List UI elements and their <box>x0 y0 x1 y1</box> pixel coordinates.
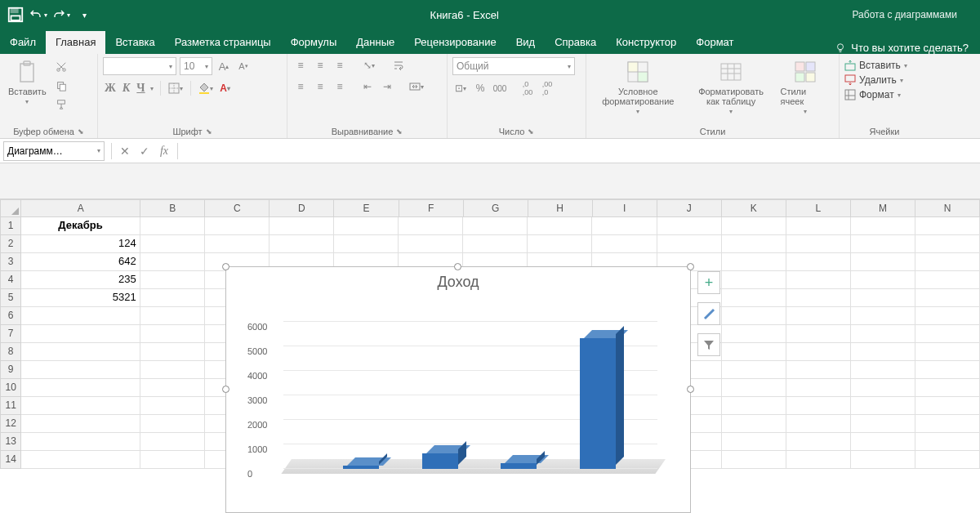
cell-J2[interactable] <box>657 235 722 253</box>
cell-A3[interactable]: 642 <box>21 253 140 271</box>
cell-K3[interactable] <box>722 253 786 271</box>
align-center-icon[interactable]: ≡ <box>312 78 328 95</box>
chart-handle-tm[interactable] <box>454 263 461 270</box>
number-format-select[interactable]: Общий▾ <box>452 57 575 75</box>
cell-A8[interactable] <box>21 343 140 361</box>
qat-more-icon[interactable]: ▾ <box>75 6 93 24</box>
percent-format-icon[interactable]: % <box>472 80 488 96</box>
cell-A12[interactable] <box>21 415 140 433</box>
enter-formula-icon[interactable]: ✓ <box>135 141 154 161</box>
cell-E1[interactable] <box>334 217 399 235</box>
cell-N11[interactable] <box>915 397 980 415</box>
decrease-decimal-icon[interactable]: ,00,0 <box>539 80 555 96</box>
col-header-E[interactable]: E <box>334 199 399 217</box>
row-header-5[interactable]: 5 <box>0 289 21 307</box>
cell-D1[interactable] <box>270 217 334 235</box>
cell-M4[interactable] <box>851 271 915 289</box>
cell-L7[interactable] <box>786 325 851 343</box>
cell-K10[interactable] <box>722 379 786 397</box>
col-header-C[interactable]: C <box>205 199 270 217</box>
cell-N2[interactable] <box>915 235 980 253</box>
col-header-G[interactable]: G <box>464 199 528 217</box>
cell-K11[interactable] <box>722 397 786 415</box>
cell-C2[interactable] <box>205 235 270 253</box>
conditional-formatting-button[interactable]: Условное форматирование▾ <box>591 57 685 117</box>
cell-B9[interactable] <box>140 361 205 379</box>
cell-M10[interactable] <box>851 379 915 397</box>
tab-formulas[interactable]: Формулы <box>281 31 347 54</box>
chart-handle-mr[interactable] <box>687 386 694 393</box>
merge-cells-icon[interactable]: ▾ <box>408 78 425 95</box>
cell-K12[interactable] <box>722 415 786 433</box>
tab-chart-design[interactable]: Конструктор <box>606 31 686 54</box>
cell-M13[interactable] <box>851 433 915 451</box>
cell-A1[interactable]: Декабрь <box>21 217 140 235</box>
comma-format-icon[interactable]: 000 <box>492 80 508 96</box>
cell-M3[interactable] <box>851 253 915 271</box>
col-header-H[interactable]: H <box>528 199 593 217</box>
cell-F1[interactable] <box>399 217 463 235</box>
row-header-12[interactable]: 12 <box>0 415 21 433</box>
font-color-icon[interactable]: A▾ <box>217 80 234 96</box>
col-header-I[interactable]: I <box>593 199 657 217</box>
number-launcher-icon[interactable]: ⬊ <box>528 127 534 136</box>
col-header-M[interactable]: M <box>851 199 915 217</box>
wrap-text-icon[interactable] <box>390 57 407 74</box>
cell-N3[interactable] <box>915 253 980 271</box>
col-header-A[interactable]: A <box>21 199 140 217</box>
cell-M9[interactable] <box>851 361 915 379</box>
copy-icon[interactable] <box>53 78 69 94</box>
cell-K2[interactable] <box>722 235 786 253</box>
cell-N6[interactable] <box>915 307 980 325</box>
grow-font-icon[interactable]: A▴ <box>216 58 232 74</box>
cell-A9[interactable] <box>21 361 140 379</box>
row-header-6[interactable]: 6 <box>0 307 21 325</box>
cell-A11[interactable] <box>21 397 140 415</box>
chart-elements-button[interactable]: + <box>697 271 720 294</box>
row-header-11[interactable]: 11 <box>0 397 21 415</box>
italic-button[interactable]: К <box>121 82 132 95</box>
clipboard-launcher-icon[interactable]: ⬊ <box>78 127 84 136</box>
cell-J1[interactable] <box>657 217 722 235</box>
cell-K1[interactable] <box>722 217 786 235</box>
cell-B14[interactable] <box>140 451 205 469</box>
cell-H2[interactable] <box>528 235 592 253</box>
cell-M2[interactable] <box>851 235 915 253</box>
tab-insert[interactable]: Вставка <box>105 31 164 54</box>
row-header-14[interactable]: 14 <box>0 451 21 469</box>
align-launcher-icon[interactable]: ⬊ <box>396 127 403 136</box>
chart-handle-tl[interactable] <box>222 263 229 270</box>
cell-G1[interactable] <box>463 217 528 235</box>
chart-title[interactable]: Доход <box>226 267 690 294</box>
fill-color-icon[interactable]: ▾ <box>198 80 214 96</box>
tab-view[interactable]: Вид <box>506 31 546 54</box>
cell-B11[interactable] <box>140 397 205 415</box>
cell-M14[interactable] <box>851 451 915 469</box>
cell-K6[interactable] <box>722 307 786 325</box>
cell-L1[interactable] <box>786 217 851 235</box>
select-all-corner[interactable] <box>0 199 21 217</box>
increase-decimal-icon[interactable]: ,0,00 <box>519 80 536 96</box>
orientation-icon[interactable]: ⤡▾ <box>361 57 377 74</box>
cell-L12[interactable] <box>786 415 851 433</box>
cell-A7[interactable] <box>21 325 140 343</box>
cell-L13[interactable] <box>786 433 851 451</box>
cancel-formula-icon[interactable]: ✕ <box>115 141 135 161</box>
cell-K8[interactable] <box>722 343 786 361</box>
row-header-4[interactable]: 4 <box>0 271 21 289</box>
align-bottom-icon[interactable]: ≡ <box>332 57 348 74</box>
tab-data[interactable]: Данные <box>346 31 404 54</box>
cell-N4[interactable] <box>915 271 980 289</box>
cell-L8[interactable] <box>786 343 851 361</box>
cell-I2[interactable] <box>592 235 657 253</box>
save-icon[interactable] <box>7 6 24 24</box>
cell-M11[interactable] <box>851 397 915 415</box>
row-header-7[interactable]: 7 <box>0 325 21 343</box>
format-cells-button[interactable]: Формат▾ <box>844 88 924 101</box>
cell-H1[interactable] <box>528 217 592 235</box>
cell-L2[interactable] <box>786 235 851 253</box>
cell-L6[interactable] <box>786 307 851 325</box>
font-size-select[interactable]: 10▾ <box>180 57 212 75</box>
cell-F2[interactable] <box>399 235 463 253</box>
tab-page-layout[interactable]: Разметка страницы <box>165 31 281 54</box>
